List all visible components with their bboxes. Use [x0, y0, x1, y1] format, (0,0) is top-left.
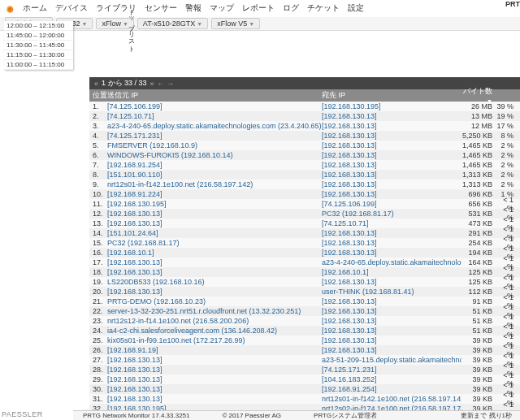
nav-tickets[interactable]: チケット	[307, 2, 340, 14]
table-row[interactable]: 24.ia4-c2-chi.salesforceliveagent.com (1…	[89, 326, 520, 336]
cell-source-ip[interactable]: [192.168.130.13]	[107, 366, 322, 374]
col-dest-ip[interactable]: 宛先 IP	[322, 90, 462, 101]
cell-dest-ip[interactable]: [192.168.130.13]	[322, 180, 462, 188]
cell-dest-ip[interactable]: user-THINK (192.168.81.41)	[322, 288, 462, 296]
table-row[interactable]: 26.[192.168.91.19][192.168.130.13]39 KB<…	[89, 345, 520, 355]
cell-source-ip[interactable]: [192.168.130.13]	[107, 268, 322, 276]
table-row[interactable]: 11.[192.168.130.195][74.125.106.199]656 …	[89, 199, 520, 209]
nav-settings[interactable]: 設定	[348, 2, 364, 14]
cell-source-ip[interactable]: ia4-c2-chi.salesforceliveagent.com (136.…	[107, 327, 322, 335]
cell-dest-ip[interactable]: [192.168.130.13]	[322, 122, 462, 130]
table-row[interactable]: 5.FMSERVER (192.168.10.9)[192.168.130.13…	[89, 141, 520, 150]
cell-source-ip[interactable]: [192.168.130.13]	[107, 375, 322, 383]
cell-source-ip[interactable]: [192.168.130.13]	[107, 356, 322, 364]
table-row[interactable]: 16.[192.168.10.1][192.168.130.13]194 KB<…	[89, 248, 520, 258]
table-row[interactable]: 21.PRTG-DEMO (192.168.10.23)[192.168.130…	[89, 297, 520, 306]
table-row[interactable]: 22.server-13-32-230-251.nrt51.r.cloudfro…	[89, 306, 520, 316]
cell-source-ip[interactable]: [74.125.106.199]	[107, 102, 322, 110]
col-position[interactable]: 位置	[89, 90, 107, 101]
cell-dest-ip[interactable]: PC32 (192.168.81.17)	[322, 210, 462, 218]
cell-source-ip[interactable]: FMSERVER (192.168.10.9)	[107, 141, 322, 149]
cell-source-ip[interactable]: [192.168.130.13]	[107, 258, 322, 266]
table-row[interactable]: 18.[192.168.130.13][192.168.10.1]125 KB<…	[89, 267, 520, 277]
table-row[interactable]: 29.[192.168.130.13][104.16.183.252]39 KB…	[89, 375, 520, 384]
table-row[interactable]: 27.[192.168.130.13]a23-51-209-115.deploy…	[89, 355, 520, 365]
table-row[interactable]: 20.[192.168.130.13]user-THINK (192.168.8…	[89, 287, 520, 297]
table-row[interactable]: 4.[74.125.171.231][192.168.130.13]5,250 …	[89, 131, 520, 141]
table-row[interactable]: 13.[192.168.130.13][74.125.10.71]473 KB<…	[89, 219, 520, 228]
cell-source-ip[interactable]: [74.125.10.71]	[107, 112, 322, 120]
cell-dest-ip[interactable]: [192.168.130.13]	[322, 132, 462, 140]
table-row[interactable]: 3.a23-4-240-65.deploy.static.akamaitechn…	[89, 121, 520, 131]
cell-dest-ip[interactable]: [192.168.130.13]	[322, 171, 462, 179]
table-row[interactable]: 19.LS220DB533 (192.168.10.16)[192.168.13…	[89, 277, 520, 287]
nav-alerts[interactable]: 警報	[185, 2, 202, 14]
cell-source-ip[interactable]: nrt12s12-in-f14.1e100.net (216.58.200.20…	[107, 317, 322, 325]
cell-source-ip[interactable]: [74.125.171.231]	[107, 132, 322, 140]
table-row[interactable]: 14.[151.101.24.64][192.168.130.13]291 KB…	[89, 228, 520, 238]
cell-source-ip[interactable]: nrt12s01-in-f142.1e100.net (216.58.197.1…	[107, 180, 322, 188]
table-row[interactable]: 30.[192.168.130.13][192.168.91.254]39 KB…	[89, 384, 520, 394]
cell-source-ip[interactable]: [192.168.130.13]	[107, 395, 322, 403]
cell-dest-ip[interactable]: [192.168.130.13]	[322, 346, 462, 354]
cell-dest-ip[interactable]: [192.168.91.254]	[322, 385, 462, 393]
time-item[interactable]: 11:15:00 – 11:30:00	[4, 50, 73, 60]
cell-dest-ip[interactable]: [192.168.130.13]	[322, 249, 462, 257]
cell-dest-ip[interactable]: [104.16.183.252]	[322, 375, 462, 383]
cell-source-ip[interactable]: [192.168.91.19]	[107, 346, 322, 354]
table-row[interactable]: 6.WINDOWS-FUROKIS (192.168.10.14)[192.16…	[89, 150, 520, 160]
cell-dest-ip[interactable]: [74.125.106.199]	[322, 200, 462, 208]
table-row[interactable]: 31.[192.168.130.13]nrt12s01-in-f142.1e10…	[89, 394, 520, 404]
time-item[interactable]: 11:45:00 – 12:00:00	[4, 31, 73, 41]
table-row[interactable]: 15.PC32 (192.168.81.17)[192.168.130.13]2…	[89, 238, 520, 248]
table-row[interactable]: 23.nrt12s12-in-f14.1e100.net (216.58.200…	[89, 316, 520, 326]
nav-home[interactable]: ホーム	[23, 2, 47, 14]
cell-dest-ip[interactable]: [192.168.130.13]	[322, 239, 462, 247]
cell-source-ip[interactable]: a23-4-240-65.deploy.static.akamaitechnol…	[107, 122, 322, 130]
cell-source-ip[interactable]: [151.101.24.64]	[107, 229, 322, 237]
table-row[interactable]: 8.[151.101.90.110][192.168.130.13]1,313 …	[89, 170, 520, 180]
table-row[interactable]: 17.[192.168.130.13]a23-4-240-65.deploy.s…	[89, 258, 520, 267]
cell-dest-ip[interactable]: [192.168.130.13]	[322, 112, 462, 120]
cell-dest-ip[interactable]: [192.168.130.13]	[322, 229, 462, 237]
table-row[interactable]: 7.[192.168.91.254][192.168.130.13]1,465 …	[89, 160, 520, 170]
crumb-device-model[interactable]: AT-x510-28GTX▼	[137, 18, 208, 29]
cell-source-ip[interactable]: [192.168.130.13]	[107, 385, 322, 393]
cell-dest-ip[interactable]: [192.168.130.13]	[322, 336, 462, 344]
cell-source-ip[interactable]: [192.168.130.13]	[107, 219, 322, 227]
time-item[interactable]: 12:00:00 – 12:15:00	[4, 21, 73, 31]
pager-prev-icon[interactable]: «	[94, 80, 98, 88]
time-item[interactable]: 11:00:00 – 11:15:00	[4, 60, 73, 70]
cell-dest-ip[interactable]: [192.168.130.13]	[322, 297, 462, 305]
nav-maps[interactable]: マップ	[210, 2, 234, 14]
nav-logs[interactable]: ログ	[283, 2, 299, 14]
cell-dest-ip[interactable]: [192.168.130.13]	[322, 190, 462, 198]
cell-source-ip[interactable]: [192.168.91.224]	[107, 190, 322, 198]
table-row[interactable]: 1.[74.125.106.199][192.168.130.195]26 MB…	[89, 102, 520, 111]
cell-dest-ip[interactable]: [192.168.130.13]	[322, 327, 462, 335]
cell-dest-ip[interactable]: [192.168.130.13]	[322, 307, 462, 315]
cell-source-ip[interactable]: [192.168.130.195]	[107, 200, 322, 208]
cell-dest-ip[interactable]: [192.168.130.13]	[322, 278, 462, 286]
cell-source-ip[interactable]: kix05s01-in-f99.1e100.net (172.217.26.99…	[107, 336, 322, 344]
cell-source-ip[interactable]: [192.168.10.1]	[107, 249, 322, 257]
cell-dest-ip[interactable]: a23-51-209-115.deploy.static.akamaitechn…	[322, 356, 462, 364]
cell-dest-ip[interactable]: a23-4-240-65.deploy.static.akamaitechnol…	[322, 258, 462, 266]
nav-sensors[interactable]: センサー	[145, 2, 177, 14]
nav-reports[interactable]: レポート	[242, 2, 275, 14]
cell-dest-ip[interactable]: [192.168.130.13]	[322, 317, 462, 325]
cell-source-ip[interactable]: [192.168.130.13]	[107, 288, 322, 296]
cell-dest-ip[interactable]: nrt12s01-in-f142.1e100.net (216.58.197.1…	[322, 395, 462, 403]
cell-dest-ip[interactable]: [192.168.10.1]	[322, 268, 462, 276]
table-row[interactable]: 2.[74.125.10.71][192.168.130.13]13 MB19 …	[89, 111, 520, 121]
cell-dest-ip[interactable]: [192.168.130.13]	[322, 161, 462, 169]
table-row[interactable]: 9.nrt12s01-in-f142.1e100.net (216.58.197…	[89, 180, 520, 189]
cell-source-ip[interactable]: PC32 (192.168.81.17)	[107, 239, 322, 247]
cell-source-ip[interactable]: LS220DB533 (192.168.10.16)	[107, 278, 322, 286]
nav-devices[interactable]: デバイス	[55, 2, 88, 14]
cell-source-ip[interactable]: [151.101.90.110]	[107, 171, 322, 179]
cell-dest-ip[interactable]: [192.168.130.13]	[322, 141, 462, 149]
cell-source-ip[interactable]: [192.168.91.254]	[107, 161, 322, 169]
cell-dest-ip[interactable]: [74.125.171.231]	[322, 366, 462, 374]
table-row[interactable]: 28.[192.168.130.13][74.125.171.231]39 KB…	[89, 365, 520, 375]
